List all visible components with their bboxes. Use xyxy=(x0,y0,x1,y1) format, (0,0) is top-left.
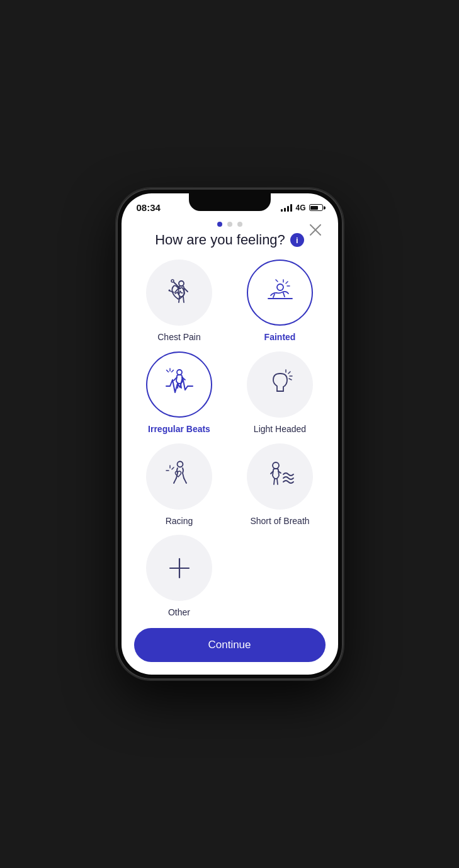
symptom-irregular-beats[interactable]: Irregular Beats xyxy=(134,351,225,436)
notch xyxy=(189,193,271,211)
short-of-breath-circle xyxy=(247,443,313,510)
irregular-beats-label: Irregular Beats xyxy=(148,424,210,434)
svg-point-13 xyxy=(177,370,182,375)
other-circle xyxy=(146,535,212,601)
continue-button[interactable]: Continue xyxy=(134,628,326,662)
phone-screen: 08:34 4G xyxy=(122,193,338,675)
fainted-circle xyxy=(247,260,313,326)
symptom-short-of-breath[interactable]: Short of Breath xyxy=(235,443,326,528)
close-button[interactable] xyxy=(305,220,326,240)
light-headed-label: Light Headed xyxy=(254,424,306,434)
svg-line-11 xyxy=(276,280,278,282)
symptom-chest-pain[interactable]: Chest Pain xyxy=(134,260,225,344)
svg-point-4 xyxy=(179,281,184,286)
chest-pain-icon xyxy=(161,275,198,311)
chest-pain-label: Chest Pain xyxy=(157,332,200,342)
symptom-fainted[interactable]: Fainted xyxy=(235,260,326,344)
progress-dot-3 xyxy=(237,222,242,227)
close-icon xyxy=(309,224,322,236)
phone-frame: 08:34 4G xyxy=(116,188,343,680)
svg-point-6 xyxy=(168,289,170,291)
status-icons: 4G xyxy=(281,203,322,212)
racing-icon xyxy=(161,458,198,494)
chest-pain-circle xyxy=(146,260,212,326)
other-label: Other xyxy=(168,607,190,617)
progress-dot-2 xyxy=(227,222,232,227)
racing-circle xyxy=(146,443,212,510)
progress-dot-1 xyxy=(217,222,222,227)
svg-line-21 xyxy=(289,379,292,380)
network-type: 4G xyxy=(295,203,305,212)
info-icon: i xyxy=(296,236,298,245)
page-title-text: How are you feeling? xyxy=(155,232,285,248)
other-icon xyxy=(161,550,198,586)
status-time: 08:34 xyxy=(137,202,161,213)
svg-line-15 xyxy=(171,370,173,372)
svg-line-16 xyxy=(166,370,168,372)
svg-point-26 xyxy=(273,462,279,469)
svg-point-3 xyxy=(171,280,174,282)
short-of-breath-icon xyxy=(262,458,298,494)
svg-line-19 xyxy=(288,372,290,374)
svg-line-24 xyxy=(172,467,174,469)
svg-point-22 xyxy=(177,462,183,467)
symptom-racing[interactable]: Racing xyxy=(134,443,225,528)
app-content: How are you feeling? i xyxy=(122,232,338,675)
info-badge[interactable]: i xyxy=(290,233,304,247)
short-of-breath-label: Short of Breath xyxy=(250,516,309,526)
signal-icon xyxy=(281,204,292,212)
fainted-label: Fainted xyxy=(264,332,296,342)
light-headed-icon xyxy=(262,366,298,403)
page-title-row: How are you feeling? i xyxy=(134,232,326,248)
symptom-other[interactable]: Other xyxy=(134,535,225,619)
battery-icon xyxy=(309,204,323,211)
symptom-light-headed[interactable]: Light Headed xyxy=(235,351,326,436)
fainted-icon xyxy=(262,275,298,311)
symptoms-grid: Chest Pain xyxy=(134,260,326,619)
svg-line-5 xyxy=(170,291,174,292)
racing-label: Racing xyxy=(166,516,193,526)
irregular-beats-circle xyxy=(146,351,212,418)
light-headed-circle xyxy=(247,351,313,418)
svg-point-7 xyxy=(277,284,283,290)
svg-line-9 xyxy=(286,282,288,283)
irregular-beats-icon xyxy=(161,366,198,403)
